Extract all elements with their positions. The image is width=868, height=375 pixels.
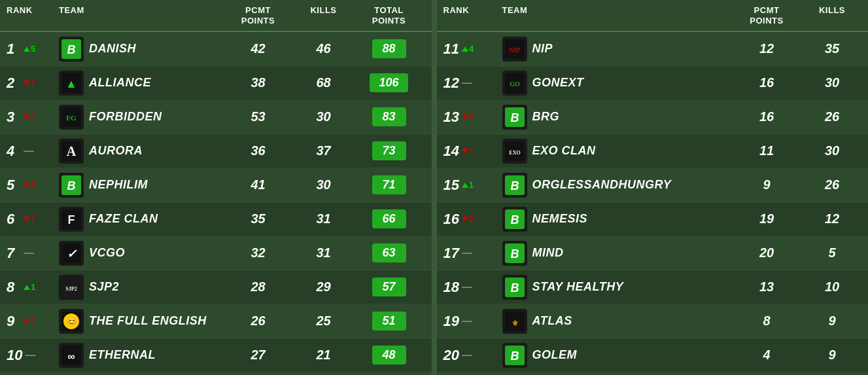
total-points-cell: 63 xyxy=(353,243,425,262)
team-logo: NIP xyxy=(502,37,527,62)
svg-text:B: B xyxy=(510,281,519,295)
rank-cell: 12 — xyxy=(443,75,502,92)
team-logo: ✓ xyxy=(59,241,84,266)
rank-cell: 20 — xyxy=(443,347,502,364)
svg-text:SJP2: SJP2 xyxy=(65,286,77,292)
team-name: NEPHILIM xyxy=(89,178,148,192)
team-cell: NIP NIP xyxy=(502,37,731,62)
svg-text:▲: ▲ xyxy=(65,77,77,90)
svg-text:FG: FG xyxy=(66,114,77,122)
pcmt-points: 26 xyxy=(222,313,294,329)
team-cell: B ORGLESSANDHUNGRY xyxy=(502,173,731,198)
kills-count: 26 xyxy=(803,177,861,192)
total-points-cell: 51 xyxy=(353,312,425,330)
table-row: 1 5 B DANISH 42 46 88 xyxy=(0,32,432,66)
team-cell: B MIND xyxy=(502,241,731,266)
total-badge: 106 xyxy=(370,73,408,92)
team-logo: GO xyxy=(502,71,527,96)
team-cell: GO GONEXT xyxy=(502,71,731,96)
kills-count: 37 xyxy=(294,143,353,158)
svg-text:😊: 😊 xyxy=(66,316,78,327)
rank-cell: 7 — xyxy=(7,245,59,262)
svg-text:∞: ∞ xyxy=(67,351,75,362)
total-points-cell: 106 xyxy=(353,73,425,92)
right-table: RANK TEAM PCMTPOINTS KILLS 11 4 NIP NIP … xyxy=(437,0,869,375)
table-row: 16 2 B NEMESIS 19 12 xyxy=(437,202,869,236)
team-logo: B xyxy=(502,105,527,130)
total-points-cell: 66 xyxy=(353,209,425,228)
team-cell: ▲ ALLIANCE xyxy=(59,71,222,96)
pcmt-points: 32 xyxy=(222,245,294,260)
left-table-rows: 1 5 B DANISH 42 46 88 2 1 ▲ ALLIANCE 38 … xyxy=(0,32,432,372)
pcmt-points: 41 xyxy=(222,177,294,192)
rank-number: 6 xyxy=(7,211,21,228)
left-table: RANK TEAM PCMTPOINTS KILLS TOTALPOINTS 1… xyxy=(0,0,432,375)
rank-cell: 10 — xyxy=(7,347,59,364)
team-cell: 😊 THE FULL ENGLISH xyxy=(59,309,222,334)
rank-header-r: RANK xyxy=(443,5,502,26)
svg-text:GO: GO xyxy=(510,80,520,88)
rank-change-up: 1 xyxy=(462,180,474,190)
total-points-cell: 48 xyxy=(353,346,425,365)
team-cell: B STAY HEALTHY xyxy=(502,275,731,300)
total-badge: 66 xyxy=(372,209,406,228)
rank-change-same: — xyxy=(462,247,472,259)
rank-cell: 2 1 xyxy=(7,75,59,92)
team-name: GOLEM xyxy=(532,348,578,362)
team-cell: B DANISH xyxy=(59,37,222,62)
rank-header: RANK xyxy=(7,5,59,26)
rank-change-down: 1 xyxy=(24,214,35,224)
rank-change-down: 1 xyxy=(462,146,474,156)
rank-cell: 11 4 xyxy=(443,41,502,58)
team-cell: EXO EXO CLAN xyxy=(502,139,731,164)
total-points-cell: 88 xyxy=(353,39,425,58)
rank-cell: 13 2 xyxy=(443,109,502,126)
table-row: 19 — ⚜ ATLAS 8 9 xyxy=(437,304,869,338)
team-name: ALLIANCE xyxy=(89,76,151,90)
table-row: 20 — B GOLEM 4 9 xyxy=(437,338,869,372)
table-row: 9 1 😊 THE FULL ENGLISH 26 25 51 xyxy=(0,304,432,338)
rank-number: 10 xyxy=(7,347,22,364)
kills-count: 10 xyxy=(803,279,861,295)
rank-number: 2 xyxy=(7,75,21,92)
table-row: 17 — B MIND 20 5 xyxy=(437,236,869,270)
kills-count: 68 xyxy=(294,75,353,90)
total-points-cell: 73 xyxy=(353,141,425,160)
rank-cell: 1 5 xyxy=(7,41,59,58)
pcmt-points: 53 xyxy=(222,109,294,124)
rank-number: 7 xyxy=(7,245,21,262)
pcmt-points: 36 xyxy=(222,143,294,158)
kills-count: 25 xyxy=(294,313,353,329)
team-logo: B xyxy=(502,241,527,266)
kills-count: 31 xyxy=(294,245,353,260)
team-name: VCGO xyxy=(89,246,125,260)
svg-text:F: F xyxy=(68,213,75,226)
pcmt-header-r: PCMTPOINTS xyxy=(731,5,803,26)
kills-count: 5 xyxy=(803,245,861,260)
rank-number: 9 xyxy=(7,313,21,330)
team-cell: B BRG xyxy=(502,105,731,130)
svg-text:A: A xyxy=(67,144,77,158)
total-badge: 83 xyxy=(372,107,406,126)
total-badge: 48 xyxy=(372,346,406,365)
table-row: 15 1 B ORGLESSANDHUNGRY 9 26 xyxy=(437,168,869,202)
team-logo: A xyxy=(59,139,84,164)
rank-cell: 9 1 xyxy=(7,313,59,330)
team-logo: 😊 xyxy=(59,309,84,334)
pcmt-points: 27 xyxy=(222,348,294,363)
rank-change-same: — xyxy=(462,349,472,361)
rank-number: 11 xyxy=(443,41,459,58)
rank-number: 20 xyxy=(443,347,459,364)
rank-cell: 5 2 xyxy=(7,177,59,194)
svg-text:B: B xyxy=(510,179,519,192)
table-row: 4 — A AURORA 36 37 73 xyxy=(0,134,432,168)
pcmt-points: 42 xyxy=(222,41,294,56)
rank-number: 17 xyxy=(443,245,459,262)
team-logo: SJP2 xyxy=(59,275,84,300)
pcmt-points: 35 xyxy=(222,211,294,226)
leaderboard-container: RANK TEAM PCMTPOINTS KILLS TOTALPOINTS 1… xyxy=(0,0,868,375)
team-logo: B xyxy=(502,343,527,368)
rank-cell: 16 2 xyxy=(443,211,502,228)
kills-count: 30 xyxy=(803,143,861,158)
rank-change-down: 1 xyxy=(24,78,35,88)
